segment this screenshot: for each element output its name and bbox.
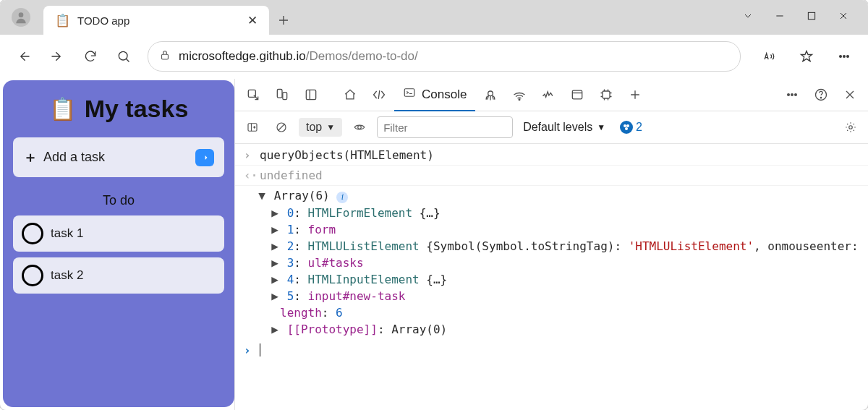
svg-point-16 — [788, 94, 790, 96]
checkbox-icon[interactable] — [22, 265, 43, 286]
console-return-row: ‹· undefined — [235, 166, 868, 186]
info-icon[interactable]: i — [336, 192, 348, 203]
svg-point-18 — [795, 94, 797, 96]
svg-point-5 — [843, 56, 846, 58]
svg-point-17 — [791, 94, 793, 96]
close-button[interactable] — [838, 10, 849, 25]
back-button[interactable] — [7, 40, 41, 73]
devtools-more-button[interactable] — [778, 82, 806, 108]
page-viewport: 📋 My tasks ＋ Add a task To do task 1 tas… — [3, 80, 234, 407]
avatar-icon — [12, 8, 30, 27]
svg-point-20 — [820, 98, 821, 98]
svg-rect-8 — [277, 90, 282, 98]
read-aloud-button[interactable] — [752, 40, 786, 73]
console-filter-input[interactable] — [377, 116, 513, 138]
new-tab-button[interactable] — [269, 6, 298, 35]
task-label: task 2 — [51, 268, 83, 283]
elements-tab[interactable] — [365, 82, 393, 108]
svg-rect-3 — [162, 54, 169, 59]
live-expression-button[interactable] — [348, 116, 371, 138]
favorite-button[interactable] — [790, 40, 823, 73]
svg-rect-15 — [603, 91, 610, 98]
application-tab[interactable] — [563, 82, 591, 108]
memory-tab[interactable] — [592, 82, 620, 108]
profile-button[interactable] — [0, 0, 42, 35]
svg-point-13 — [519, 99, 521, 101]
devtools-tabstrip: Console — [235, 79, 868, 111]
tab-title: TODO app — [77, 14, 129, 27]
browser-tab[interactable]: 📋 TODO app ✕ — [43, 6, 269, 35]
svg-rect-9 — [283, 93, 287, 100]
svg-rect-1 — [808, 12, 814, 19]
svg-point-12 — [488, 91, 493, 96]
issues-icon — [620, 121, 633, 134]
clear-console-button[interactable] — [270, 116, 293, 138]
console-settings-button[interactable] — [839, 116, 862, 138]
inspect-element-button[interactable] — [239, 82, 267, 108]
maximize-button[interactable] — [806, 10, 817, 25]
minimize-button[interactable] — [774, 10, 786, 25]
dock-side-button[interactable] — [297, 82, 325, 108]
refresh-button[interactable] — [74, 40, 107, 73]
svg-rect-14 — [573, 90, 582, 99]
console-object-tree[interactable]: ▼ Array(6) i ▶ 0: HTMLFormElement {…} ▶ … — [235, 186, 868, 338]
svg-point-6 — [847, 56, 849, 58]
svg-rect-10 — [306, 90, 315, 99]
sources-tab[interactable] — [477, 82, 504, 108]
svg-point-0 — [19, 12, 24, 17]
plus-icon: ＋ — [23, 148, 38, 167]
chevron-down-icon: ▼ — [326, 122, 335, 132]
lock-icon — [158, 48, 171, 64]
page-title: 📋 My tasks — [13, 95, 224, 123]
toggle-sidebar-button[interactable] — [241, 116, 264, 138]
help-button[interactable] — [807, 82, 835, 108]
svg-point-4 — [840, 56, 842, 58]
console-input-row: › queryObjects(HTMLElement) — [235, 145, 868, 166]
svg-point-23 — [358, 126, 362, 129]
submit-task-button[interactable] — [195, 149, 214, 166]
add-task-input[interactable]: ＋ Add a task — [13, 137, 224, 177]
checkbox-icon[interactable] — [22, 223, 43, 244]
more-menu-button[interactable] — [827, 40, 861, 73]
browser-toolbar: microsoftedge.github.io/Demos/demo-to-do… — [0, 35, 868, 79]
url-text: microsoftedge.github.io/Demos/demo-to-do… — [179, 49, 418, 64]
more-tabs-button[interactable] — [621, 82, 649, 108]
forward-button[interactable] — [41, 40, 74, 73]
log-levels-selector[interactable]: Default levels ▼ — [523, 121, 605, 134]
task-label: task 1 — [51, 226, 83, 241]
devtools-close-button[interactable] — [836, 82, 864, 108]
task-item[interactable]: task 1 — [13, 215, 224, 252]
svg-point-2 — [119, 51, 127, 60]
device-emulation-button[interactable] — [268, 82, 296, 108]
console-output: › queryObjects(HTMLElement) ‹· undefined… — [235, 144, 868, 410]
devtools-panel: Console top ▼ — [234, 79, 868, 410]
console-prompt[interactable]: › — [235, 338, 868, 363]
console-toolbar: top ▼ Default levels ▼ 2 — [235, 111, 868, 144]
chevron-down-icon: ▼ — [597, 122, 605, 132]
window-controls — [742, 0, 865, 35]
console-icon — [403, 86, 416, 103]
welcome-tab[interactable] — [336, 82, 364, 108]
section-heading: To do — [13, 193, 224, 208]
svg-point-24 — [849, 126, 853, 129]
chevron-down-icon[interactable] — [742, 10, 754, 25]
performance-tab[interactable] — [535, 82, 562, 108]
svg-rect-11 — [404, 89, 414, 97]
window-titlebar: 📋 TODO app ✕ — [0, 0, 868, 35]
clipboard-icon: 📋 — [49, 96, 76, 121]
issues-button[interactable]: 2 — [620, 121, 642, 134]
context-selector[interactable]: top ▼ — [299, 118, 342, 137]
network-tab[interactable] — [506, 82, 533, 108]
tab-close-button[interactable]: ✕ — [247, 13, 258, 28]
address-bar[interactable]: microsoftedge.github.io/Demos/demo-to-do… — [148, 41, 741, 72]
task-item[interactable]: task 2 — [13, 257, 224, 294]
search-button[interactable] — [107, 40, 140, 73]
tab-favicon-icon: 📋 — [55, 13, 70, 28]
console-tab[interactable]: Console — [394, 80, 475, 111]
